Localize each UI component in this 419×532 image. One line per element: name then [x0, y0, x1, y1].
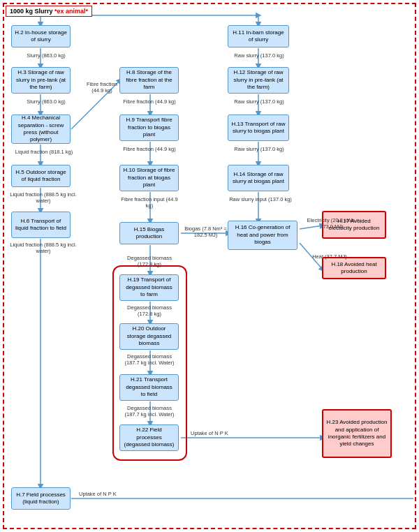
- h11-box: H.11 In-barn storage of slurry: [228, 25, 289, 47]
- slurry-label-2: Slurry (863.0 kg): [18, 98, 74, 105]
- raw-input-label: Raw slurry input (137.0 kg): [229, 196, 292, 202]
- h8-box: H.8 Storage of the fibre fraction at the…: [119, 67, 179, 94]
- h23-box: H.23 Avoided production and application …: [322, 409, 392, 458]
- h16-box: H.16 Co-generation of heat and power fro…: [228, 221, 297, 250]
- liquid-label-888-2: Liquid fraction (888.5 kg incl. water): [8, 242, 78, 254]
- liquid-label-888-1: Liquid fraction (888.5 kg incl. water): [8, 191, 78, 204]
- h18-box: H.18 Avoided heat production: [322, 257, 386, 279]
- npk-label-1: Uptake of N P K: [191, 430, 243, 436]
- h22-box: H.22 Field processes (degassed biomass): [119, 424, 179, 451]
- fibre-label-2: Fibre fraction (44.9 kg): [121, 98, 178, 105]
- h13-box: H.13 Transport of raw slurry to biogas p…: [228, 114, 289, 141]
- h3-box: H.3 Storage of raw slurry in pre-tank (a…: [11, 67, 71, 94]
- raw-label-1: Raw slurry (137.0 kg): [229, 52, 289, 59]
- h7-box: H.7 Field processes (liquid fraction): [11, 487, 71, 510]
- h4-box: H.4 Mechanical separation - screw press …: [11, 114, 71, 144]
- raw-label-3: Raw slurry (137.0 kg): [229, 146, 289, 152]
- fibre-label-1: Fibre fraction (44.9 kg): [81, 81, 123, 94]
- top-label: 1000 kg Slurry *ex animal*: [6, 6, 92, 17]
- fibre-label-3: Fibre fraction (44.9 kg): [121, 146, 178, 152]
- h12-box: H.12 Storage of raw slurry in pre-tank (…: [228, 67, 289, 94]
- h10-box: H.10 Storage of fibre fraction at biogas…: [119, 165, 179, 191]
- h20-box: H.20 Outdoor storage degassed biomass: [119, 323, 179, 350]
- h21-box: H.21 Transport degassed biomass to field: [119, 374, 179, 401]
- h19-box: H.19 Transport of degassed biomass to fa…: [119, 274, 179, 301]
- liquid-label-818: Liquid fraction (818.1 kg): [13, 149, 75, 155]
- label-highlight: *ex animal*: [54, 8, 88, 15]
- raw-label-2: Raw slurry (137.0 kg): [229, 98, 289, 105]
- h5-box: H.5 Outdoor storage of liquid fraction: [11, 165, 71, 187]
- h9-box: H.9 Transport fibre fraction to biogas p…: [119, 114, 179, 141]
- h6-box: H.6 Transport of liquid fraction to fiel…: [11, 212, 71, 238]
- electricity-label: Electricity (20.3 kWh = 73.0 MJ): [302, 217, 365, 230]
- h2-box: H.2 In-house storage of slurry: [11, 25, 71, 47]
- fibre-input-label: Fibre fraction input (44.9 kg): [121, 196, 178, 209]
- heat-label: Heat (37.7 MJ): [302, 253, 358, 260]
- degassed-label-4: Degassed biomass (187.7 kg incl. Water): [121, 405, 178, 418]
- h14-box: H.14 Storage of raw slurry at biogas pla…: [228, 165, 289, 191]
- degassed-label-1: Degassed biomass (172.8 kg): [121, 255, 178, 267]
- h15-box: H.15 Biogas production: [119, 222, 179, 244]
- slurry-label-1: Slurry (863.0 kg): [18, 52, 74, 59]
- biogas-label: Biogas (7.8 Nm³ = 182.5 MJ): [183, 226, 228, 238]
- degassed-label-3: Degassed biomass (187.7 kg incl. Water): [121, 353, 178, 366]
- degassed-label-2: Degassed biomass (172.8 kg): [121, 304, 178, 317]
- npk-label-2: Uptake of N P K: [79, 491, 131, 497]
